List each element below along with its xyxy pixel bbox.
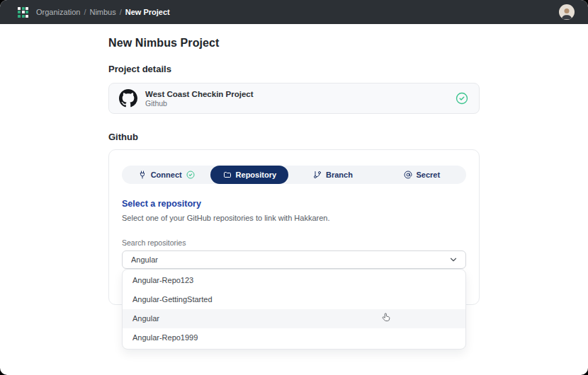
repository-dropdown-list: Angular-Repo123 Angular-GettingStarted A…	[122, 269, 466, 350]
project-details-heading: Project details	[108, 64, 480, 74]
app-logo-icon[interactable]	[18, 7, 28, 18]
folder-icon	[223, 171, 232, 179]
plug-icon	[138, 171, 147, 179]
tab-branch-label: Branch	[326, 171, 353, 179]
tab-branch[interactable]: Branch	[288, 166, 377, 184]
tab-secret-label: Secret	[417, 171, 441, 179]
github-section-heading: Github	[108, 132, 480, 142]
breadcrumb-separator: /	[120, 8, 122, 16]
setup-steps-tabbar: Connect Repository Branch	[122, 166, 466, 184]
github-icon	[119, 89, 137, 108]
main-content: New Nimbus Project Project details West …	[0, 24, 588, 305]
tab-repository-label: Repository	[236, 171, 276, 179]
search-repositories-label: Search repositories	[122, 238, 466, 247]
repository-option[interactable]: Angular-Repo123	[123, 271, 465, 290]
app-window: Organization / Nimbus / New Project New …	[0, 0, 588, 375]
tab-repository[interactable]: Repository	[210, 166, 288, 184]
connect-complete-check-icon	[186, 171, 195, 179]
breadcrumb-separator: /	[84, 8, 86, 16]
select-repository-description: Select one of your GitHub repositories t…	[122, 214, 466, 222]
breadcrumb-new-project: New Project	[125, 8, 170, 16]
tab-connect[interactable]: Connect	[122, 166, 210, 184]
repository-search-input[interactable]	[131, 255, 448, 264]
user-avatar[interactable]	[559, 4, 575, 20]
select-repository-title: Select a repository	[122, 199, 466, 209]
tab-secret[interactable]: Secret	[378, 166, 466, 184]
github-setup-card: Connect Repository Branch	[108, 149, 480, 305]
project-provider: Github	[145, 99, 456, 108]
breadcrumb: Organization / Nimbus / New Project	[36, 8, 170, 16]
top-navigation-bar: Organization / Nimbus / New Project	[0, 0, 588, 24]
repository-option-hovered[interactable]: Angular	[123, 309, 465, 328]
person-icon	[560, 6, 574, 20]
git-branch-icon	[313, 171, 322, 179]
check-circle-icon	[456, 92, 468, 105]
repository-option[interactable]: Angular-GettingStarted	[123, 290, 465, 309]
tab-connect-label: Connect	[151, 171, 182, 179]
at-sign-icon	[404, 171, 412, 179]
project-card-text: West Coast Checkin Project Github	[145, 89, 456, 108]
project-summary-card[interactable]: West Coast Checkin Project Github	[108, 83, 480, 114]
project-name: West Coast Checkin Project	[145, 89, 456, 99]
breadcrumb-nimbus[interactable]: Nimbus	[89, 8, 115, 16]
chevron-down-icon[interactable]	[448, 255, 458, 265]
page-title: New Nimbus Project	[108, 37, 480, 50]
repository-option[interactable]: Angular-Repo1999	[123, 328, 465, 347]
breadcrumb-organization[interactable]: Organization	[36, 8, 80, 16]
repository-search-combobox[interactable]	[122, 250, 466, 269]
